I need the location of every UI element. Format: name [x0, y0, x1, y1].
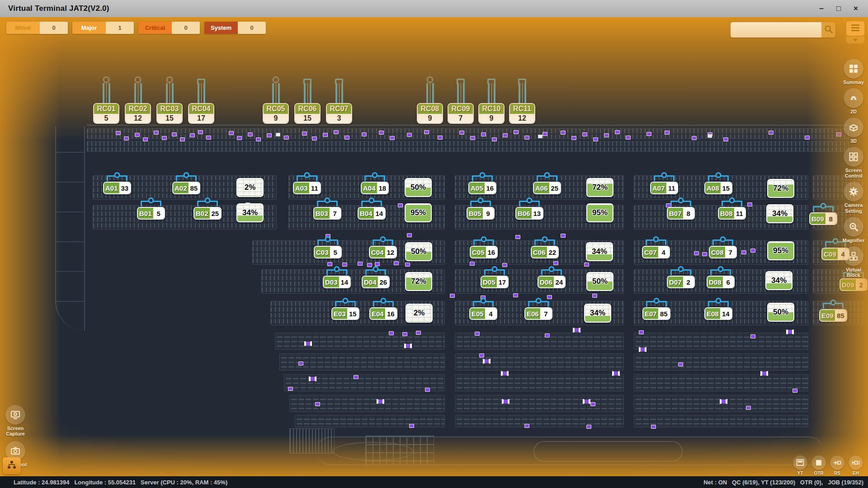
block-B02[interactable]: B0225	[193, 201, 222, 220]
block-B06[interactable]: B0613	[515, 201, 543, 220]
occupancy-gauge[interactable]: 34%	[765, 271, 793, 290]
rc-crane-RC11[interactable]: RC1112	[509, 83, 535, 124]
search-button[interactable]	[821, 22, 835, 38]
block-A07[interactable]: A0711	[650, 175, 678, 194]
occupancy-gauge[interactable]: 34%	[236, 203, 264, 222]
block-E05[interactable]: E054	[469, 301, 497, 320]
block-C05[interactable]: C0516	[470, 239, 498, 258]
block-A08[interactable]: A0815	[704, 175, 732, 194]
screen-capture-button[interactable]: Screen Capture	[3, 405, 28, 436]
occupancy-gauge[interactable]: 34%	[586, 242, 613, 261]
occupancy-gauge[interactable]: 95%	[586, 203, 613, 222]
block-A04[interactable]: A0418	[361, 175, 389, 194]
sidebar-item-2d[interactable]: 2D	[844, 88, 863, 114]
gantry-crane-icon	[712, 239, 733, 245]
gantry-crane-icon	[541, 269, 562, 275]
grid-icon	[844, 59, 863, 79]
occupancy-gauge[interactable]: 72%	[586, 178, 613, 197]
hamburger-menu-button[interactable]	[846, 21, 864, 36]
occupancy-gauge[interactable]: 50%	[586, 272, 613, 291]
block-E08[interactable]: E0814	[704, 301, 732, 320]
rc-crane-RC02[interactable]: RC0212	[125, 83, 151, 124]
alarm-label-critical: Critical	[138, 22, 172, 34]
sidebar-item-summary[interactable]: Summay	[843, 59, 864, 85]
block-E04[interactable]: E0416	[369, 301, 397, 320]
block-D05[interactable]: D0517	[481, 269, 509, 288]
block-B07[interactable]: B078	[667, 201, 695, 220]
block-B05[interactable]: B059	[467, 201, 495, 220]
block-A01[interactable]: A0133	[103, 175, 131, 194]
search-input[interactable]	[731, 22, 821, 38]
block-id: E06	[525, 308, 540, 319]
occupancy-gauge[interactable]: 95%	[767, 241, 794, 260]
block-count: 8	[826, 213, 836, 224]
block-B09[interactable]: B098	[809, 206, 837, 225]
occupancy-gauge[interactable]: 34%	[766, 204, 793, 223]
occupancy-gauge[interactable]: 72%	[767, 179, 794, 198]
rc-crane-RC09[interactable]: RC097	[448, 83, 474, 124]
fleet-yt-button[interactable]: YT	[793, 455, 808, 476]
menu-collapse-button[interactable]	[846, 37, 864, 43]
alarm-chip-system[interactable]: System0	[204, 22, 266, 34]
rc-crane-RC01[interactable]: RC015	[93, 83, 119, 124]
rc-crane-RC05[interactable]: RC059	[263, 83, 289, 124]
block-B04[interactable]: B0414	[358, 201, 386, 220]
block-count: 17	[497, 277, 508, 287]
sidebar-item-screen-control[interactable]: Screen Control	[844, 147, 863, 178]
close-button[interactable]: ×	[848, 3, 863, 14]
sidebar-item-virtual-block[interactable]: Virtual Block	[844, 246, 863, 278]
fleet-eh-button[interactable]: EH	[848, 455, 863, 476]
occupancy-gauge[interactable]: 72%	[405, 272, 432, 291]
occupancy-gauge[interactable]: 2%	[236, 178, 264, 197]
block-label: B0811	[718, 207, 746, 220]
block-D06[interactable]: D0624	[538, 269, 566, 288]
rc-crane-RC08[interactable]: RC089	[417, 83, 443, 124]
rc-crane-RC04[interactable]: RC0417	[188, 83, 214, 124]
block-B03[interactable]: B037	[313, 201, 341, 220]
alarm-chip-critical[interactable]: Critical0	[138, 22, 200, 34]
layout-tree-button[interactable]	[3, 457, 21, 474]
occupancy-gauge[interactable]: 34%	[584, 304, 611, 323]
sidebar-item-camera-setting[interactable]: Camera Setting	[844, 182, 863, 213]
rc-crane-RC10[interactable]: RC109	[478, 83, 505, 124]
minimize-button[interactable]: –	[814, 3, 829, 14]
block-D03[interactable]: D0314	[323, 269, 351, 288]
occupancy-gauge[interactable]: 50%	[405, 242, 432, 261]
block-E06[interactable]: E067	[524, 301, 552, 320]
block-C08[interactable]: C087	[709, 239, 737, 258]
block-E03[interactable]: E0315	[331, 301, 359, 320]
terminal-map[interactable]: RC015RC0212RC0315RC0417RC059RC0615RC073R…	[0, 17, 868, 476]
maximize-button[interactable]: □	[831, 3, 846, 14]
alarm-chip-major[interactable]: Major1	[72, 22, 134, 34]
block-C06[interactable]: C0622	[531, 239, 559, 258]
fleet-otr-button[interactable]: OTR	[811, 455, 826, 476]
block-count: 15	[347, 308, 359, 319]
block-E09[interactable]: E0985	[819, 303, 847, 322]
sidebar-label-magnifier: Magnifier	[843, 238, 865, 243]
block-B08[interactable]: B0811	[718, 201, 746, 220]
rc-crane-RC06[interactable]: RC0615	[294, 83, 321, 124]
occupancy-gauge[interactable]: 50%	[405, 178, 432, 197]
block-B01[interactable]: B015	[137, 201, 165, 220]
block-E07[interactable]: E0785	[642, 301, 670, 320]
occupancy-gauge[interactable]: 2%	[406, 304, 433, 323]
block-A02[interactable]: A0285	[172, 175, 200, 194]
occupancy-gauge[interactable]: 95%	[405, 203, 432, 222]
block-D08[interactable]: D086	[707, 269, 735, 288]
block-C07[interactable]: C074	[642, 239, 670, 258]
rc-crane-RC07[interactable]: RC073	[326, 83, 352, 124]
block-C04[interactable]: C0412	[369, 239, 397, 258]
occupancy-gauge[interactable]: 50%	[767, 303, 794, 322]
sidebar-item-3d[interactable]: 3D	[844, 117, 863, 144]
fleet-rs-button[interactable]: RS	[830, 455, 845, 476]
block-C03[interactable]: C035	[314, 239, 342, 258]
block-A05[interactable]: A0516	[468, 175, 496, 194]
block-A06[interactable]: A0625	[533, 175, 561, 194]
sidebar-item-magnifier[interactable]: Magnifier	[843, 217, 865, 243]
block-A03[interactable]: A0311	[293, 175, 321, 194]
block-D04[interactable]: D0426	[362, 269, 390, 288]
alarm-chip-minor[interactable]: Minor0	[6, 22, 68, 34]
block-id: A03	[294, 183, 309, 193]
block-D07[interactable]: D072	[667, 269, 695, 288]
rc-crane-RC03[interactable]: RC0315	[156, 83, 183, 124]
